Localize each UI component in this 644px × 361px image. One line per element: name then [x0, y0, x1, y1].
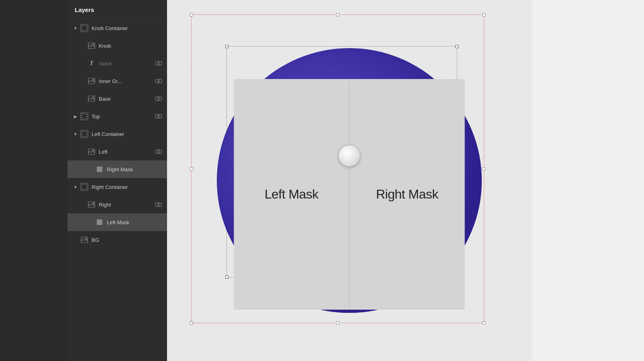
svg-point-20: [158, 150, 162, 154]
layer-label: Right: [99, 202, 155, 208]
text-icon: T: [88, 59, 96, 67]
frame-icon: [80, 130, 88, 138]
layer-label: Left: [99, 149, 155, 155]
layer-label: Inner Gr...: [99, 78, 155, 84]
chevron-icon: [72, 237, 79, 243]
layer-label: Value: [99, 61, 155, 67]
layer-item-top[interactable]: ▶Top: [67, 107, 167, 125]
frame-icon: [80, 112, 88, 120]
svg-point-29: [85, 238, 87, 239]
mask-icon: [155, 202, 162, 207]
frame-icon: [80, 24, 88, 32]
chevron-icon: [79, 201, 86, 208]
image-icon: [88, 201, 96, 209]
svg-point-8: [158, 79, 162, 83]
svg-rect-16: [82, 131, 87, 137]
left-mask-area: Left Mask: [234, 79, 349, 310]
svg-rect-13: [82, 114, 87, 119]
image-icon: [88, 95, 96, 103]
rect-icon: [96, 165, 104, 173]
image-icon: [88, 42, 96, 50]
svg-rect-27: [97, 219, 102, 225]
image-icon: [88, 148, 96, 156]
layer-item-base[interactable]: Base: [67, 90, 167, 107]
layer-item-bg[interactable]: BG: [67, 231, 167, 249]
layer-label: BG: [92, 237, 162, 243]
svg-rect-0: [82, 25, 87, 31]
knob-face: Left Mask Right Mask: [234, 79, 465, 310]
layers-panel: Layers ▼Knob ContainerKnobTValueInner Gr…: [67, 0, 167, 361]
svg-rect-21: [97, 166, 102, 172]
layers-list: ▼Knob ContainerKnobTValueInner Gr...Base…: [67, 19, 167, 361]
chevron-icon: [79, 148, 86, 155]
mask-icon: [155, 149, 162, 154]
frame-icon: [80, 183, 88, 191]
layer-item-right[interactable]: Right: [67, 196, 167, 213]
image-icon: [80, 236, 88, 244]
chevron-icon: [88, 166, 94, 172]
layer-label: Knob Container: [92, 25, 162, 31]
right-mask-label: Right Mask: [376, 187, 438, 202]
chevron-icon: ▶: [72, 113, 79, 120]
chevron-icon: [79, 60, 86, 67]
svg-point-12: [158, 97, 162, 101]
chevron-icon: ▼: [72, 25, 79, 31]
image-icon: [88, 77, 96, 85]
layer-item-knob[interactable]: Knob: [67, 37, 167, 55]
layer-item-left-mask[interactable]: Left Mask: [67, 213, 167, 231]
rect-icon: [96, 218, 104, 226]
knob-white-ball: [339, 146, 360, 166]
layer-label: Knob: [99, 43, 162, 49]
layer-label: Left Mask: [107, 219, 162, 225]
right-properties-panel: [532, 0, 644, 361]
layer-label: Right Mask: [107, 166, 162, 172]
layer-item-right-mask[interactable]: Right Mask: [67, 160, 167, 178]
chevron-icon: ▼: [72, 131, 79, 137]
left-sidebar-strip: [0, 0, 67, 361]
knob-scene: Left Mask Right Mask: [203, 34, 496, 327]
layer-label: Right Container: [92, 184, 162, 190]
chevron-icon: [79, 43, 86, 49]
mask-icon: [155, 96, 162, 101]
mask-icon: [155, 61, 162, 66]
layer-label: Left Container: [92, 131, 162, 137]
mask-icon: [155, 114, 162, 119]
layer-label: Top: [92, 114, 155, 120]
canvas-area[interactable]: Left Mask Right Mask: [167, 0, 532, 361]
svg-rect-22: [82, 184, 87, 190]
layer-label: Base: [99, 96, 155, 102]
svg-point-26: [158, 203, 162, 207]
layer-item-left[interactable]: Left: [67, 143, 167, 160]
layer-item-left-container[interactable]: ▼Left Container: [67, 125, 167, 143]
chevron-icon: [79, 78, 86, 84]
mask-icon: [155, 79, 162, 83]
chevron-icon: ▼: [72, 184, 79, 190]
layer-item-value[interactable]: TValue: [67, 55, 167, 72]
layer-item-knob-container[interactable]: ▼Knob Container: [67, 19, 167, 37]
svg-point-4: [158, 61, 162, 65]
svg-point-15: [158, 114, 162, 118]
layers-panel-title: Layers: [67, 0, 167, 19]
layer-item-right-container[interactable]: ▼Right Container: [67, 178, 167, 196]
chevron-icon: [88, 219, 94, 225]
right-mask-area: Right Mask: [349, 79, 465, 310]
chevron-icon: [79, 95, 86, 102]
svg-point-2: [92, 44, 94, 45]
left-mask-label: Left Mask: [265, 187, 318, 202]
layer-item-inner-gr[interactable]: Inner Gr...: [67, 72, 167, 90]
